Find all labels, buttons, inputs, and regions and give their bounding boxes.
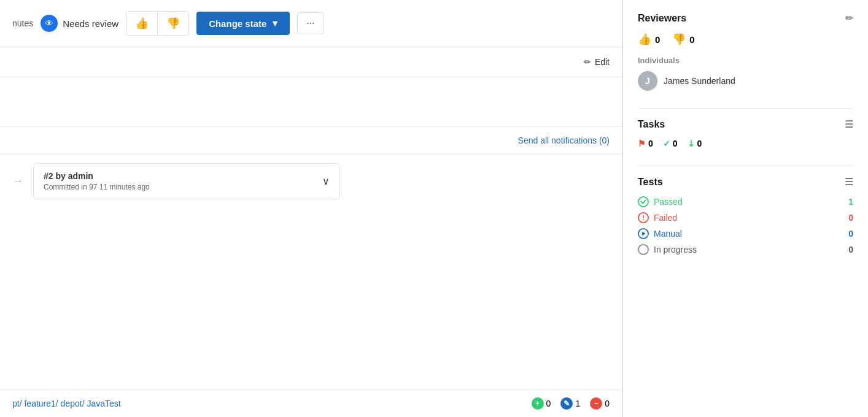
thumbup-icon: 👍	[135, 17, 149, 30]
thumbup-button[interactable]: 👍	[126, 12, 158, 35]
commit-row: → #2 by admin Committed in 97 11 minutes…	[0, 155, 622, 208]
added-icon: +	[532, 397, 544, 410]
thumbsup-icon: 👍	[638, 33, 651, 46]
modified-icon: ✎	[560, 397, 573, 410]
tasks-check-count: 0	[673, 139, 678, 148]
test-inprogress-item: In progress 0	[638, 244, 853, 255]
thumbsdown-count: 0	[689, 34, 694, 45]
vote-buttons: 👍 👎	[126, 11, 189, 36]
passed-count: 1	[848, 197, 853, 207]
svg-point-0	[638, 197, 648, 207]
thumbdown-button[interactable]: 👎	[158, 12, 188, 35]
modified-count: 1	[575, 399, 580, 408]
tasks-header: Tasks ☰	[638, 118, 853, 130]
removed-badge: − 0	[590, 397, 610, 410]
manual-label: Manual	[654, 229, 682, 239]
tasks-list-icon[interactable]: ☰	[845, 118, 853, 130]
filepath-link[interactable]: pt/ feature1/ depot/ JavaTest	[12, 399, 121, 408]
reviewers-title: Reviewers	[638, 13, 686, 24]
removed-count: 0	[605, 399, 610, 408]
vote-counts: 👍 0 👎 0	[638, 33, 853, 46]
task-skip-count: ⇣ 0	[688, 139, 702, 148]
failed-count: 0	[848, 213, 853, 223]
filepath-bar: pt/ feature1/ depot/ JavaTest + 0 ✎ 1 − …	[0, 389, 622, 417]
tests-list-icon[interactable]: ☰	[845, 176, 853, 188]
test-passed-item: Passed 1	[638, 196, 853, 207]
content-area	[0, 77, 622, 127]
thumbsdown-count-item: 👎 0	[672, 33, 694, 46]
commit-subtitle: Committed in 97 11 minutes ago	[44, 183, 150, 191]
tests-title: Tests	[638, 177, 663, 188]
tasks-section: Tasks ☰ ⚑ 0 ✓ 0 ⇣ 0	[638, 118, 853, 148]
commit-direction-arrow: →	[12, 175, 23, 188]
added-badge: + 0	[532, 397, 551, 410]
filepath-actions: + 0 ✎ 1 − 0	[532, 397, 610, 410]
test-failed-label: ! Failed	[638, 212, 677, 223]
change-state-label: Change state	[209, 18, 266, 29]
task-check-count: ✓ 0	[663, 139, 678, 148]
commit-card[interactable]: #2 by admin Committed in 97 11 minutes a…	[33, 163, 340, 199]
svg-marker-4	[642, 231, 645, 235]
reviewer-item: J James Sunderland	[638, 71, 853, 91]
failed-label: Failed	[654, 213, 677, 223]
removed-icon: −	[590, 397, 602, 410]
test-failed-item: ! Failed 0	[638, 212, 853, 223]
divider-2	[638, 166, 853, 166]
flag-icon: ⚑	[638, 139, 646, 148]
failed-icon: !	[638, 212, 649, 223]
manual-count: 0	[848, 229, 853, 239]
edit-button[interactable]: ✏ Edit	[584, 57, 610, 67]
tests-list: Passed 1 ! Failed 0	[638, 196, 853, 255]
tasks-title: Tasks	[638, 119, 665, 130]
edit-label: Edit	[595, 57, 610, 67]
modified-badge: ✎ 1	[560, 397, 580, 410]
more-options-button[interactable]: ···	[297, 12, 324, 34]
check-icon: ✓	[663, 139, 670, 148]
edit-section: ✏ Edit	[0, 47, 622, 77]
change-state-button[interactable]: Change state ▾	[196, 12, 290, 35]
passed-label: Passed	[654, 197, 683, 207]
skip-icon: ⇣	[688, 139, 695, 148]
status-badge: 👁 Needs review	[41, 15, 118, 32]
manual-icon	[638, 228, 649, 239]
svg-text:!: !	[642, 214, 645, 221]
commit-info: #2 by admin Committed in 97 11 minutes a…	[44, 171, 150, 191]
test-manual-item: Manual 0	[638, 228, 853, 239]
send-notifications-link[interactable]: Send all notifications (0)	[518, 136, 610, 145]
reviewers-header: Reviewers ✏	[638, 12, 853, 24]
inprogress-label: In progress	[654, 245, 697, 254]
chevron-down-icon: ▾	[273, 18, 277, 29]
right-sidebar: Reviewers ✏ 👍 0 👎 0 Individuals J James …	[622, 0, 868, 417]
svg-point-5	[638, 245, 648, 254]
test-manual-label: Manual	[638, 228, 682, 239]
more-icon: ···	[306, 18, 314, 28]
thumbdown-icon: 👎	[166, 17, 180, 30]
top-bar: nutes 👁 Needs review 👍 👎 Change state ▾ …	[0, 0, 622, 47]
commit-chevron-icon[interactable]: ∨	[322, 175, 330, 187]
task-flag-count: ⚑ 0	[638, 139, 653, 148]
status-label: Needs review	[63, 18, 118, 29]
inprogress-icon	[638, 244, 649, 255]
passed-icon	[638, 196, 649, 207]
test-passed-label: Passed	[638, 196, 683, 207]
tasks-skip-count: 0	[697, 139, 702, 148]
notifications-bar: Send all notifications (0)	[0, 127, 622, 155]
thumbsup-count-item: 👍 0	[638, 33, 660, 46]
test-inprogress-label: In progress	[638, 244, 697, 255]
edit-pencil-icon: ✏	[584, 57, 591, 67]
reviewers-edit-icon[interactable]: ✏	[845, 12, 853, 24]
divider-1	[638, 108, 853, 109]
eye-icon: 👁	[41, 15, 58, 32]
reviewer-avatar: J	[638, 71, 657, 91]
tests-section: Tests ☰ Passed 1	[638, 176, 853, 255]
tests-header: Tests ☰	[638, 176, 853, 188]
commit-title: #2 by admin	[44, 171, 150, 181]
task-counts: ⚑ 0 ✓ 0 ⇣ 0	[638, 139, 853, 148]
individuals-label: Individuals	[638, 56, 853, 65]
inprogress-count: 0	[848, 245, 853, 254]
tasks-flag-count: 0	[648, 139, 653, 148]
minutes-text: nutes	[12, 18, 33, 28]
thumbsdown-icon: 👎	[672, 33, 686, 46]
added-count: 0	[546, 399, 551, 408]
reviewers-section: Reviewers ✏ 👍 0 👎 0 Individuals J James …	[638, 12, 853, 91]
